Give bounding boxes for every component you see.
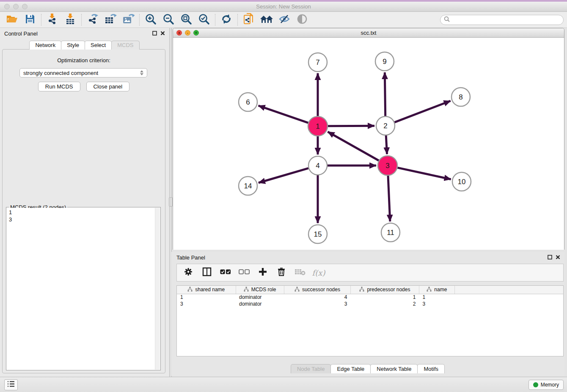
table-cell[interactable]: 1 <box>177 294 236 301</box>
criterion-select[interactable]: strongly connected component <box>19 68 147 77</box>
network-view-window: scc.txt x - + 7968124314101511 <box>173 28 564 250</box>
select-all-button[interactable] <box>218 265 233 280</box>
plus-icon <box>258 267 267 278</box>
column-header-predecessor-nodes[interactable]: predecessor nodes <box>350 286 419 294</box>
node-label-14: 14 <box>244 182 252 190</box>
close-panel-button[interactable]: Close panel <box>86 82 130 91</box>
delete-column-button[interactable] <box>274 265 289 280</box>
table-toolbar: f(x) <box>176 264 564 282</box>
table-row[interactable]: 1dominator411 <box>177 294 563 301</box>
table-cell[interactable]: 1 <box>350 294 419 301</box>
edge-2-3[interactable] <box>386 135 387 154</box>
edge-1-6[interactable] <box>259 105 308 123</box>
table-cell[interactable]: 3 <box>419 301 454 307</box>
refresh-button[interactable] <box>217 13 235 27</box>
column-header-shared-name[interactable]: shared name <box>177 286 236 294</box>
float-panel-icon[interactable] <box>152 30 157 37</box>
tab-node-table[interactable]: Node Table <box>291 364 331 373</box>
minimize-network-icon[interactable]: - <box>185 30 190 36</box>
splitter-handle[interactable] <box>169 197 173 207</box>
show-column-button[interactable] <box>200 265 214 280</box>
close-network-icon[interactable]: x <box>176 30 182 36</box>
node-table: shared nameMCDS rolesuccessor nodesprede… <box>176 285 564 356</box>
clone-network-button[interactable] <box>240 13 258 27</box>
zoom-selected-icon <box>198 13 210 27</box>
table-cell[interactable]: dominator <box>236 294 284 301</box>
clone-network-icon <box>243 13 254 27</box>
export-table-icon <box>104 13 117 27</box>
network-graph: 7968124314101511 <box>173 38 564 250</box>
import-table-button[interactable] <box>61 13 79 27</box>
search-field[interactable] <box>440 15 564 25</box>
column-header-successor-nodes[interactable]: successor nodes <box>284 286 350 294</box>
close-panel-icon[interactable] <box>160 30 165 37</box>
save-icon <box>25 14 35 26</box>
fx-icon: f(x) <box>312 268 325 277</box>
deselect-all-button[interactable] <box>237 265 251 280</box>
tab-network[interactable]: Network <box>29 41 61 50</box>
table-cell[interactable]: 2 <box>350 301 419 307</box>
first-neighbors-button[interactable] <box>258 13 275 27</box>
network-window-title: scc.txt <box>173 30 564 36</box>
network-canvas[interactable]: 7968124314101511 <box>173 38 564 250</box>
edge-3-10[interactable] <box>397 168 451 179</box>
edge-2-9[interactable] <box>385 72 385 116</box>
tab-network-table[interactable]: Network Table <box>370 364 418 373</box>
task-history-button[interactable] <box>4 379 18 390</box>
tab-style[interactable]: Style <box>61 41 85 50</box>
zoom-fit-button[interactable] <box>177 13 195 27</box>
function-builder-button[interactable]: f(x) <box>311 265 326 280</box>
export-network-button[interactable] <box>84 13 102 27</box>
export-table-button[interactable] <box>102 13 119 27</box>
edge-4-14[interactable] <box>259 168 308 182</box>
column-header-name[interactable]: name <box>419 286 454 294</box>
hide-graphics-button[interactable] <box>275 13 293 27</box>
table-panel-header: Table Panel <box>171 252 564 263</box>
table-settings-button[interactable] <box>181 265 195 280</box>
table-cell[interactable]: 4 <box>284 294 350 301</box>
edge-1-2[interactable] <box>328 126 374 126</box>
table-row[interactable]: 3dominator323 <box>177 301 563 307</box>
edge-3-1[interactable] <box>328 132 379 160</box>
table-cell[interactable]: 3 <box>284 301 350 307</box>
maximize-network-icon[interactable]: + <box>193 30 199 36</box>
table-cell[interactable]: 3 <box>177 301 236 307</box>
window-titlebar[interactable]: Session: New Session <box>0 2 567 12</box>
edge-2-8[interactable] <box>394 101 450 122</box>
tab-motifs[interactable]: Motifs <box>417 364 445 373</box>
zoom-in-button[interactable] <box>142 13 160 27</box>
run-mcds-button[interactable]: Run MCDS <box>38 82 80 91</box>
network-window-titlebar[interactable]: scc.txt x - + <box>173 28 564 38</box>
tab-edge-table[interactable]: Edge Table <box>330 364 371 373</box>
hide-eye-icon <box>278 14 290 26</box>
column-header-MCDS-role[interactable]: MCDS role <box>236 286 284 294</box>
node-label-15: 15 <box>314 230 322 238</box>
import-network-button[interactable] <box>44 13 61 27</box>
column-filler <box>454 286 563 294</box>
memory-button[interactable]: Memory <box>528 380 564 390</box>
export-image-button[interactable] <box>119 13 137 27</box>
result-scrollbar[interactable] <box>155 208 160 370</box>
tab-mcds[interactable]: MCDS <box>111 41 139 50</box>
float-table-panel-icon[interactable] <box>548 254 552 261</box>
toolbar-separator <box>139 14 140 26</box>
show-graphics-button[interactable] <box>293 13 311 27</box>
tab-select[interactable]: Select <box>85 41 112 50</box>
zoom-selected-button[interactable] <box>195 13 213 27</box>
add-column-button[interactable] <box>256 265 270 280</box>
zoom-out-button[interactable] <box>160 13 177 27</box>
open-session-button[interactable] <box>3 13 21 27</box>
save-session-button[interactable] <box>21 13 39 27</box>
delete-table-button[interactable] <box>293 265 307 280</box>
hierarchy-icon <box>295 287 300 293</box>
toolbar-separator <box>81 14 82 26</box>
import-table-icon <box>64 13 76 27</box>
mcds-result-list[interactable]: 13 <box>7 208 155 370</box>
table-cell[interactable]: dominator <box>236 301 284 307</box>
edge-3-11[interactable] <box>388 176 390 221</box>
table-cell[interactable]: 1 <box>419 294 454 301</box>
node-label-1: 1 <box>316 122 319 130</box>
hierarchy-icon <box>244 287 249 293</box>
search-input[interactable] <box>452 17 560 23</box>
close-table-panel-icon[interactable] <box>556 254 560 261</box>
